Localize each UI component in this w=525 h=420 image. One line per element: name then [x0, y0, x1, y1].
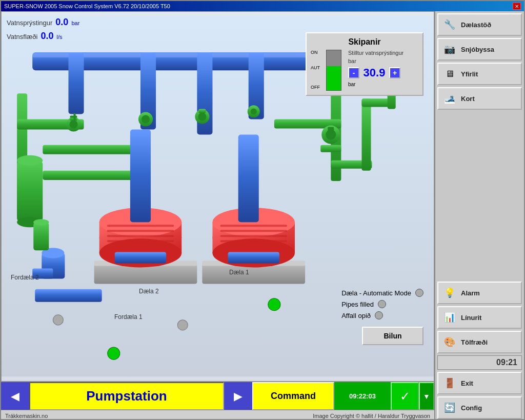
sidebar-btn-kort[interactable]: 🎿 Kort [437, 87, 522, 110]
affall-indicator [375, 311, 383, 319]
svg-rect-55 [228, 252, 279, 263]
skipanir-title: Skipanir [311, 37, 418, 47]
pipes-filled-label: Pipes filled [341, 301, 374, 308]
pressure-plus-button[interactable]: + [389, 67, 400, 78]
titlebar: SUPER-SNOW 2005 Snow Control System V6.7… [1, 1, 524, 11]
titlebar-title: SUPER-SNOW 2005 Snow Control System V6.7… [4, 3, 170, 9]
svg-point-66 [108, 347, 120, 359]
config-icon: 🔄 [441, 399, 458, 416]
sidebar-btn-alarm[interactable]: 💡 Alarm [437, 282, 522, 304]
confirm-button[interactable]: ✓ [391, 382, 419, 410]
skipanir-panel: Skipanir ON AUT OFF Stilltur vatnsprý [306, 32, 423, 96]
linurit-label: Línurit [461, 314, 481, 322]
auto-mode-row: Dæla - Automatic Mode [341, 289, 423, 297]
pumpstation-label: Pumpstation [29, 382, 224, 410]
svg-rect-53 [238, 135, 259, 223]
svg-point-27 [251, 108, 257, 114]
svg-point-67 [177, 320, 188, 330]
status-panel: Dæla - Automatic Mode Pipes filled Affal… [341, 289, 423, 319]
config-label: Config [461, 404, 482, 412]
svg-point-22 [142, 115, 150, 123]
bar-off-label: OFF [311, 85, 320, 90]
sidebar-btn-daelastoo[interactable]: 🔧 Dælastöð [437, 13, 522, 36]
yfirlit-icon: 🖥 [441, 66, 458, 82]
alarm-label: Alarm [461, 289, 480, 297]
back-button[interactable]: ◀ [1, 382, 29, 410]
time-display: 09:22:03 [334, 382, 391, 410]
svg-rect-38 [107, 225, 174, 227]
svg-rect-49 [220, 235, 287, 237]
svg-rect-29 [74, 113, 76, 120]
bilun-button[interactable]: Bilun [362, 327, 423, 345]
svg-rect-56 [35, 289, 102, 302]
yfirlit-label: Yfirlit [461, 70, 478, 78]
sidebar-time: 09:21 [437, 355, 522, 370]
svg-point-64 [33, 219, 49, 225]
sidebar-btn-tolfraedi[interactable]: 🎨 Tölfræði [437, 331, 522, 353]
linurit-icon: 📊 [441, 309, 458, 326]
svg-rect-50 [220, 240, 287, 242]
vatnsflaedi-label: Vatnsflæði [7, 33, 37, 41]
svg-rect-40 [107, 235, 174, 237]
auto-mode-label: Dæla - Automatic Mode [341, 289, 411, 297]
vatnsflaedi-value: 0.0 [41, 31, 53, 42]
bottom-bar: ◀ Pumpstation ▶ Command 09:22:03 ✓ ▼ [1, 382, 434, 410]
sensor-readings: Vatnsprýstingur 0.0 bar Vatnsflæði 0.0 l… [7, 17, 79, 45]
daelastoo-label: Dælastöð [461, 21, 491, 29]
pressure-minus-button[interactable]: - [348, 67, 359, 78]
svg-rect-39 [107, 230, 174, 232]
pipes-filled-row: Pipes filled [341, 300, 423, 308]
tolfraedi-label: Tölfræði [461, 338, 488, 346]
sidebar-btn-exit[interactable]: 🚪 Exit [437, 372, 522, 394]
command-button[interactable]: Command [252, 382, 334, 410]
right-arrow-icon: ▶ [234, 390, 243, 403]
tolfraedi-icon: 🎨 [441, 334, 458, 350]
snjobbyssa-label: Snjóbyssa [461, 46, 494, 53]
svg-point-65 [53, 315, 63, 325]
fordaela2-label: Fordæla 2 [11, 274, 39, 281]
svg-rect-41 [107, 240, 174, 242]
svg-rect-63 [33, 222, 49, 250]
footer-left: Trákkemaskin.no [5, 413, 48, 419]
daela2-label: Dæla 2 [139, 288, 159, 295]
visualization-area: Vatnsprýstingur 0.0 bar Vatnsflæði 0.0 l… [1, 11, 434, 382]
main-container: Vatnsprýstingur 0.0 bar Vatnsflæði 0.0 l… [1, 11, 524, 420]
sidebar-btn-linurit[interactable]: 📊 Línurit [437, 306, 522, 329]
left-arrow-icon: ◀ [11, 390, 19, 403]
pressure-value: 30.9 [361, 66, 387, 79]
vatnsflaedi-unit: l/s [57, 34, 63, 40]
alarm-icon: 💡 [441, 285, 458, 301]
close-button[interactable]: ✕ [513, 3, 521, 10]
svg-rect-54 [115, 252, 166, 263]
svg-point-58 [17, 155, 43, 166]
bar-on-label: ON [311, 50, 318, 55]
kort-icon: 🎿 [441, 90, 458, 107]
sidebar-btn-snjobbyssa[interactable]: 📷 Snjóbyssa [437, 38, 522, 61]
current-time: 09:22:03 [349, 392, 376, 400]
affall-label: Affall opið [341, 312, 371, 319]
vatnsprystingur-label: Vatnsprýstingur [7, 19, 52, 27]
svg-rect-47 [220, 225, 287, 227]
svg-point-19 [69, 120, 77, 128]
pressure-unit-top: bar [348, 58, 356, 64]
pressure-unit-bottom: bar [348, 82, 403, 87]
sidebar-btn-yfirlit[interactable]: 🖥 Yfirlit [437, 63, 522, 85]
snjobbyssa-icon: 📷 [441, 41, 458, 57]
bar-aut-label: AUT [311, 65, 320, 70]
pipes-filled-indicator [378, 300, 386, 308]
forward-button[interactable]: ▶ [224, 382, 252, 410]
sidebar-time-value: 09:21 [496, 358, 517, 367]
exit-label: Exit [461, 379, 473, 387]
daelastoo-icon: 🔧 [441, 16, 458, 33]
vatnsprystingur-unit: bar [71, 20, 79, 26]
affall-row: Affall opið [341, 311, 423, 319]
sidebar-btn-config[interactable]: 🔄 Config [437, 396, 522, 419]
daela1-label: Dæla 1 [229, 269, 249, 276]
dropdown-button[interactable]: ▼ [419, 382, 434, 410]
svg-rect-57 [17, 161, 43, 222]
svg-rect-15 [362, 98, 371, 171]
svg-point-68 [268, 298, 280, 311]
svg-rect-3 [68, 52, 84, 114]
svg-rect-72 [328, 127, 334, 131]
left-area: Vatnsprýstingur 0.0 bar Vatnsflæði 0.0 l… [1, 11, 434, 420]
